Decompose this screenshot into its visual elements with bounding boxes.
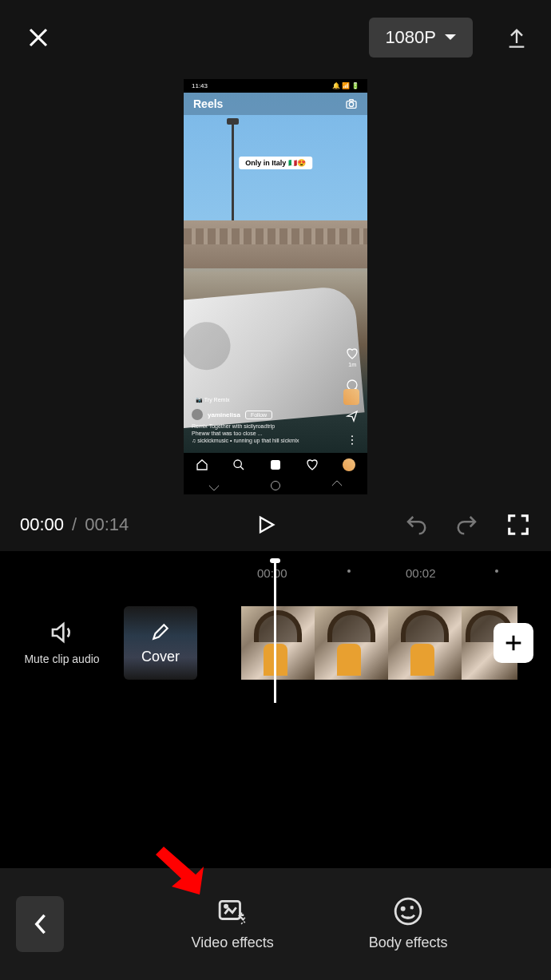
clip-thumbnail[interactable]	[241, 606, 315, 680]
video-preview[interactable]: 11:43 🔔 📶 🔋 Only in Italy 🇮🇹😍 Reels 1m 1…	[0, 75, 551, 498]
svg-point-10	[395, 899, 421, 924]
reel-info-overlay: 📷 Try Remix yaminelisa Follow Remix Toge…	[184, 387, 367, 453]
export-button[interactable]	[505, 26, 529, 50]
bottom-toolbar: Video effects Body effects	[0, 868, 551, 980]
phone-frame: 11:43 🔔 📶 🔋 Only in Italy 🇮🇹😍 Reels 1m 1…	[184, 79, 367, 494]
clip-thumbnail[interactable]	[388, 606, 462, 680]
time-total: 00:14	[85, 514, 129, 535]
chevron-down-icon	[444, 34, 457, 42]
reels-header: Reels	[184, 93, 367, 115]
timeline[interactable]: 00:00 00:02 Mute clip audio Cover	[0, 551, 551, 871]
search-icon	[232, 458, 245, 471]
close-button[interactable]	[22, 22, 54, 54]
cover-button[interactable]: Cover	[124, 606, 197, 680]
home-icon	[196, 458, 208, 471]
body-effects-icon	[393, 896, 423, 926]
play-button[interactable]	[252, 510, 280, 539]
svg-rect-7	[271, 460, 280, 470]
clip-thumbnail[interactable]	[315, 606, 388, 680]
undo-icon	[404, 513, 428, 537]
chevron-left-icon	[33, 913, 47, 935]
mute-clip-button[interactable]: Mute clip audio	[0, 620, 124, 666]
reel-caption-badge: Only in Italy 🇮🇹😍	[239, 157, 312, 169]
video-effects-button[interactable]: Video effects	[191, 896, 273, 952]
ruler-dot	[495, 569, 498, 573]
upload-icon	[505, 26, 528, 49]
clips-track[interactable]	[241, 606, 517, 680]
ruler-mark: 00:00	[257, 566, 287, 580]
svg-point-9	[225, 905, 228, 907]
heart-icon	[346, 347, 359, 360]
instagram-navbar	[184, 453, 367, 477]
undo-button[interactable]	[403, 512, 429, 538]
resolution-label: 1080P	[385, 27, 436, 48]
phone-status-bar: 11:43 🔔 📶 🔋	[184, 79, 367, 93]
speaker-icon	[50, 620, 75, 645]
edit-icon	[150, 621, 171, 642]
add-clip-button[interactable]	[494, 623, 533, 663]
redo-icon	[455, 513, 479, 537]
back-button[interactable]	[16, 896, 64, 952]
profile-badge	[343, 389, 359, 405]
camera-icon	[345, 97, 358, 110]
ruler-dot	[347, 569, 351, 573]
resolution-button[interactable]: 1080P	[369, 18, 473, 58]
play-icon	[255, 514, 277, 536]
close-icon	[26, 26, 50, 50]
time-display: 00:00 / 00:14	[20, 514, 129, 535]
ruler-mark: 00:02	[406, 566, 436, 580]
fullscreen-button[interactable]	[505, 512, 531, 538]
svg-point-11	[402, 907, 404, 910]
playback-controls: 00:00 / 00:14	[0, 498, 551, 551]
plus-icon	[502, 632, 525, 654]
video-effects-icon	[217, 896, 248, 926]
redo-button[interactable]	[454, 512, 480, 538]
time-current: 00:00	[20, 514, 64, 535]
fullscreen-icon	[506, 513, 530, 537]
svg-point-1	[349, 102, 353, 106]
body-effects-button[interactable]: Body effects	[369, 896, 448, 952]
svg-point-6	[234, 460, 241, 467]
heart-nav-icon	[306, 458, 319, 471]
reels-icon	[269, 458, 282, 471]
playhead[interactable]	[274, 561, 276, 703]
profile-nav-icon	[343, 458, 355, 471]
top-bar: 1080P	[0, 0, 551, 75]
android-navbar	[184, 477, 367, 494]
